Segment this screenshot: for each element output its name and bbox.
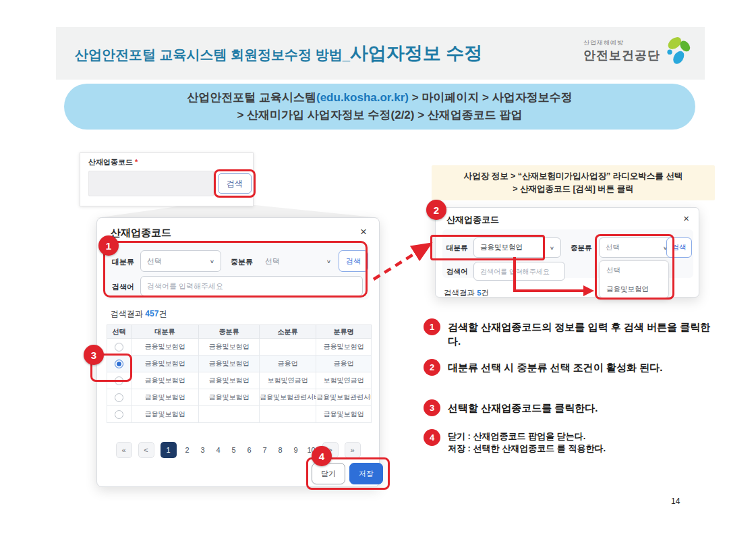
pagination-page-9[interactable]: 9 [291,446,301,454]
step-4: 4 닫기 : 산재업종코드 팝업을 닫는다. 저장 : 선택한 산재업종코드 를… [424,429,726,455]
breadcrumb: 산업안전포털 교육시스템(edu.kosha.or.kr) > 마이페이지 > … [64,84,695,130]
major-category-label: 대분류 [112,257,134,267]
table-row: 금융및보험업 금융및보험업 금융및보험관련서비스업 금융및보험관련서비스업 [107,389,372,406]
table-row: 금융및보험업 금융및보험업 금융및보험업 [107,339,372,356]
modal-search-button[interactable]: 검색 [339,250,368,272]
industry-code-modal: 산재업종코드 × 대분류 선택∨ 중분류 선택∨ 검색 검색어 1 검색결과 4… [96,217,380,487]
breadcrumb-path1: > 마이페이지 > 사업자정보수정 [409,91,573,104]
result-summary: 검색결과 457건 [111,308,167,320]
pagination-last[interactable]: » [345,442,361,458]
radio-button[interactable] [115,343,123,351]
pagination-page-1[interactable]: 1 [161,442,177,458]
step-1-badge: 1 [424,318,440,335]
step-2-text: 대분류 선택 시 중분류 선택 조건이 활성화 된다. [448,359,718,376]
col-major: 대분류 [132,325,199,339]
logo-name: 안전보건공단 [583,47,660,63]
keyword-input[interactable] [140,276,363,296]
major-category-select[interactable]: 선택∨ [140,250,221,272]
keyword-label: 검색어 [112,282,134,292]
col-select: 선택 [107,325,132,339]
breadcrumb-line1: 산업안전포털 교육시스템(edu.kosha.or.kr) > 마이페이지 > … [187,89,572,107]
result-count: 457 [145,309,158,318]
radio-button[interactable] [115,393,123,402]
pagination-page-2[interactable]: 2 [183,446,192,454]
middle-category-label: 중분류 [571,244,592,253]
badge-4: 4 [312,446,332,466]
middle-category-select[interactable]: 선택∨ [259,250,337,272]
field-search-button[interactable]: 검색 [218,173,252,194]
close-button[interactable]: 닫기 [312,463,345,484]
chevron-down-icon: ∨ [326,258,331,264]
radio-button[interactable] [115,410,123,419]
step-2: 2 대분류 선택 시 중분류 선택 조건이 활성화 된다. [424,359,726,376]
major-category-select[interactable]: 금융및보험업∨ [473,237,561,258]
col-middle: 중분류 [199,325,260,339]
page-title-prefix: 산업안전포털 교육시스템 회원정보수정 방법_ [75,47,350,62]
step-3-text: 선택할 산재업종코드를 클릭한다. [448,399,718,416]
pagination-prev[interactable]: < [138,442,154,458]
pagination-page-5[interactable]: 5 [229,446,239,454]
step-3: 3 선택할 산재업종코드를 클릭한다. [424,399,726,416]
step-3-badge: 3 [424,399,440,416]
chevron-down-icon: ∨ [550,245,554,250]
save-button[interactable]: 저장 [349,463,383,484]
note-line2: > 산재업종코드 [검색] 버튼 클릭 [513,183,634,196]
badge-1: 1 [98,235,119,256]
pagination: « < 1 2 3 4 5 6 7 8 9 10 > » [97,442,379,458]
table-row: 금융및보험업 금융및보험업 [107,406,372,423]
keyword-input[interactable] [473,262,565,281]
pagination-page-4[interactable]: 4 [214,446,223,454]
pagination-page-3[interactable]: 3 [198,446,208,454]
table-row: 금융및보험업 금융및보험업 보험및연금업 보험및연금업 [107,372,372,389]
kosha-logo-icon [664,34,694,67]
radio-button-selected[interactable] [115,360,123,368]
badge-2: 2 [426,200,446,220]
breadcrumb-line2: > 산재미가입 사업자정보 수정(2/2) > 산재업종코드 팝업 [237,107,522,124]
middle-category-dropdown: 선택 금융및보험업 [599,260,669,298]
pagination-page-7[interactable]: 7 [260,446,270,454]
industry-code-field-card: 산재업종코드 * 검색 [80,152,254,206]
step-4-badge: 4 [424,429,440,446]
page-title: 산업안전포털 교육시스템 회원정보수정 방법_사업자정보 수정 [75,41,482,65]
dropdown-option[interactable]: 선택 [600,261,668,280]
pagination-page-6[interactable]: 6 [245,446,254,454]
breadcrumb-system: 산업안전포털 교육시스템 [187,91,316,104]
step-1: 1 검색할 산재업종코드의 정보를 입력 후 검색 버튼을 클릭한다. [424,318,726,348]
middle-category-label: 중분류 [231,257,253,267]
table-header-row: 선택 대분류 중분류 소분류 분류명 [107,325,372,339]
table-row-selected: 금융및보험업 금융및보험업 금융업 금융업 [107,356,372,372]
dashed-arrow [370,233,440,287]
pagination-first[interactable]: « [116,442,132,458]
modal-search-button[interactable]: 검색 [666,237,692,258]
industry-code-modal-step2: 산재업종코드 × 대분류 금융및보험업∨ 중분류 선택∨ 검색 검색어 선택 금… [435,207,699,298]
industry-code-table: 선택 대분류 중분류 소분류 분류명 금융및보험업 금융및보험업 금융및보험업 … [107,325,372,423]
step-4-text: 닫기 : 산재업종코드 팝업을 닫는다. 저장 : 선택한 산재업종코드 를 적… [448,429,724,455]
close-icon[interactable]: × [683,213,689,223]
slide: 산업안전포털 교육시스템 회원정보수정 방법_사업자정보 수정 산업재해예방 안… [0,0,756,535]
page-number: 14 [671,497,680,506]
middle-category-select[interactable]: 선택∨ [599,237,674,258]
radio-button[interactable] [115,376,123,385]
close-icon[interactable]: × [360,226,367,237]
page-title-emphasis: 사업자정보 수정 [350,43,483,63]
kosha-logo: 산업재해예방 안전보건공단 [583,34,694,67]
note-box: 사업장 정보 > “산재보험미가입사업장” 라디오박스를 선택 > 산재업종코드… [432,165,715,200]
modal-title: 산재업종코드 [446,214,499,226]
step-1-text: 검색할 산재업종코드의 정보를 입력 후 검색 버튼을 클릭한다. [448,318,718,348]
col-minor: 소분류 [260,325,316,339]
dropdown-option[interactable]: 금융및보험업 [600,280,668,299]
industry-code-input[interactable] [88,171,214,196]
chevron-down-icon: ∨ [210,258,214,264]
major-category-label: 대분류 [446,244,468,253]
header-bar: 산업안전포털 교육시스템 회원정보수정 방법_사업자정보 수정 산업재해예방 안… [56,27,705,80]
breadcrumb-url: (edu.kosha.or.kr) [316,91,409,104]
logo-tagline: 산업재해예방 [583,38,660,47]
pagination-page-8[interactable]: 8 [276,446,285,454]
badge-3: 3 [84,345,104,365]
col-name: 분류명 [316,325,372,339]
step-2-badge: 2 [424,359,440,376]
modal-title: 산재업종코드 [111,227,171,240]
note-line1: 사업장 정보 > “산재보험미가입사업장” 라디오박스를 선택 [464,170,683,183]
required-mark: * [135,158,138,166]
keyword-label: 검색어 [446,267,468,277]
